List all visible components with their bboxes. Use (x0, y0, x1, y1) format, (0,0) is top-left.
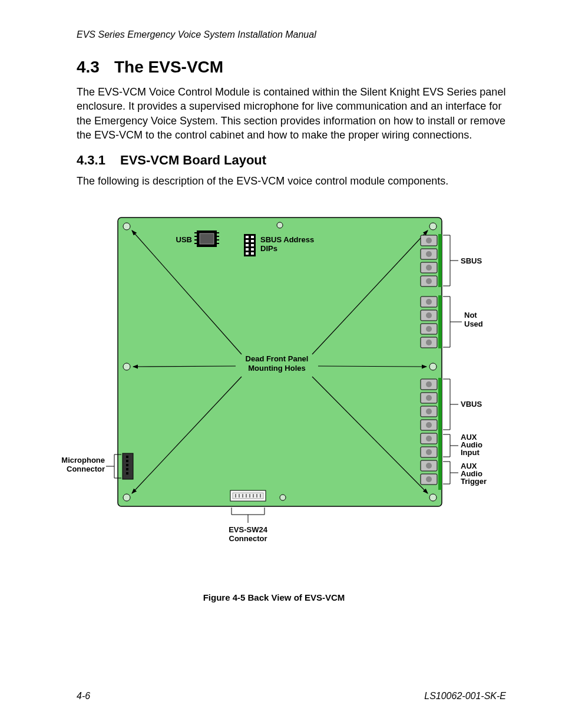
aux-input-bracket-icon (443, 434, 458, 457)
svg-point-68 (426, 463, 432, 469)
svg-point-6 (280, 495, 286, 500)
svg-point-62 (426, 381, 432, 387)
subsection-title: EVS-VCM Board Layout (120, 153, 266, 167)
evs-sw24-connector-icon (230, 490, 266, 501)
page-footer: 4-6 LS10062-001-SK-E (77, 691, 506, 701)
svg-point-3 (123, 363, 130, 370)
svg-rect-72 (126, 460, 128, 462)
page-number: 4-6 (77, 691, 90, 701)
svg-rect-44 (438, 295, 442, 348)
svg-rect-21 (246, 240, 249, 242)
svg-rect-74 (126, 468, 128, 470)
aux-input-label-l3: Input (461, 448, 480, 457)
svg-rect-26 (251, 248, 254, 251)
svg-point-7 (429, 494, 437, 501)
svg-point-4 (429, 363, 437, 370)
svg-point-43 (426, 278, 432, 284)
notused-label-l2: Used (464, 319, 483, 328)
figure-area: USB SBUS Address DIPs Dead Front Panel M… (59, 206, 489, 583)
evs-sw24-bracket-icon (232, 508, 265, 523)
svg-point-5 (123, 494, 130, 501)
svg-rect-19 (246, 236, 249, 238)
svg-rect-24 (251, 244, 254, 246)
section-number: 4.3 (77, 58, 114, 77)
svg-rect-28 (251, 252, 254, 255)
svg-rect-53 (438, 378, 442, 490)
running-header: EVS Series Emergency Voice System Instal… (77, 29, 506, 40)
svg-point-1 (277, 222, 283, 228)
subsection-paragraph: The following is description of the EVS-… (77, 174, 506, 188)
figure-caption: Figure 4-5 Back View of EVS-VCM (59, 592, 489, 602)
svg-point-2 (429, 223, 437, 230)
aux-trigger-bracket-icon (443, 462, 458, 484)
svg-point-42 (426, 265, 432, 271)
svg-rect-73 (126, 464, 128, 466)
page: EVS Series Emergency Voice System Instal… (0, 0, 562, 728)
svg-point-69 (426, 476, 432, 482)
svg-point-41 (426, 251, 432, 257)
svg-point-40 (426, 238, 432, 243)
evs-sw24-label-l1: EVS-SW24 (229, 525, 268, 534)
microphone-connector-icon (123, 453, 133, 479)
dead-front-label-l2: Mounting Holes (248, 364, 306, 373)
section-heading: 4.3The EVS-VCM (77, 58, 506, 77)
section-title: The EVS-VCM (114, 58, 223, 76)
dead-front-label-l1: Dead Front Panel (246, 354, 309, 363)
svg-point-67 (426, 449, 432, 455)
usb-chip-icon (194, 230, 219, 247)
svg-rect-27 (246, 252, 249, 255)
svg-point-49 (426, 299, 432, 305)
vbus-bracket-icon (443, 379, 458, 430)
document-number: LS10062-001-SK-E (424, 691, 506, 701)
svg-rect-23 (246, 244, 249, 246)
svg-point-51 (426, 326, 432, 332)
svg-rect-20 (251, 236, 254, 238)
subsection-heading: 4.3.1EVS-VCM Board Layout (77, 153, 506, 168)
svg-rect-75 (126, 472, 128, 475)
svg-point-0 (123, 223, 130, 230)
microphone-label-l2: Connector (67, 465, 105, 473)
section-paragraph: The EVS-VCM Voice Control Module is cont… (77, 85, 506, 142)
board-diagram: USB SBUS Address DIPs Dead Front Panel M… (59, 206, 489, 583)
aux-trigger-label-l3: Trigger (461, 477, 487, 486)
subsection-number: 4.3.1 (77, 153, 120, 168)
evs-sw24-label-l2: Connector (229, 534, 267, 543)
svg-point-64 (426, 409, 432, 414)
svg-point-65 (426, 422, 432, 428)
notused-label-l1: Not (464, 311, 477, 319)
svg-rect-35 (438, 234, 442, 287)
svg-rect-25 (246, 248, 249, 251)
notused-bracket-icon (443, 297, 462, 347)
sbus-dips-label-l1: SBUS Address (260, 235, 314, 244)
svg-rect-77 (233, 493, 263, 499)
svg-point-52 (426, 340, 432, 345)
vbus-label: VBUS (461, 400, 482, 409)
sbus-bracket-icon (443, 235, 458, 286)
dip-switch-icon (244, 234, 256, 256)
svg-point-50 (426, 312, 432, 318)
usb-label: USB (176, 235, 192, 244)
microphone-label-l1: Microphone (61, 456, 105, 465)
svg-rect-22 (251, 240, 254, 242)
svg-rect-9 (200, 233, 214, 244)
sbus-label: SBUS (461, 256, 482, 265)
sbus-dips-label-l2: DIPs (260, 244, 277, 253)
svg-rect-71 (126, 456, 128, 458)
svg-point-66 (426, 436, 432, 442)
svg-point-63 (426, 395, 432, 401)
